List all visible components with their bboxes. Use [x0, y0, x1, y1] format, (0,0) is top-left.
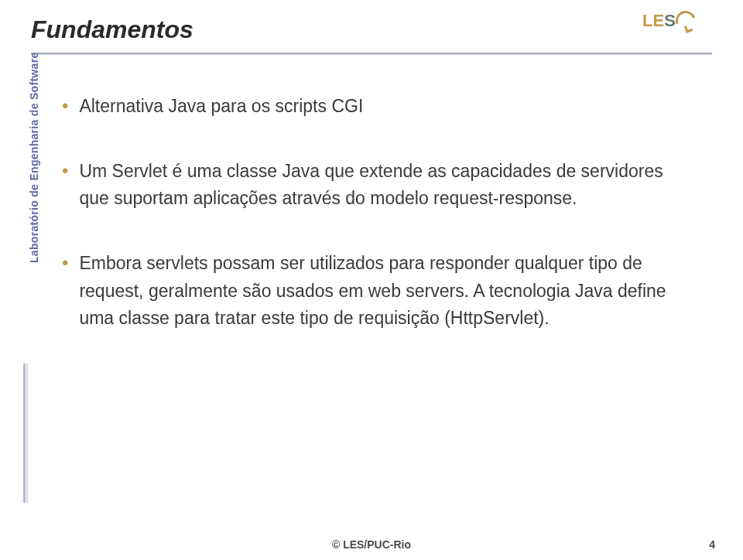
- page-title: Fundamentos: [31, 15, 193, 44]
- bullet-icon: •: [62, 93, 68, 119]
- bullet-item: • Alternativa Java para os scripts CGI: [62, 93, 681, 121]
- bullet-icon: •: [62, 250, 68, 276]
- sidebar-label: Laboratório de Engenharia de Software: [28, 53, 40, 263]
- bullet-text: Embora servlets possam ser utilizados pa…: [79, 250, 681, 333]
- logo-text-part2: S: [664, 11, 676, 31]
- logo-swirl-icon: [673, 8, 700, 35]
- page-number: 4: [709, 538, 715, 551]
- footer-copyright: © LES/PUC-Rio: [0, 538, 743, 551]
- logo-text-part1: LE: [642, 11, 664, 31]
- bullet-item: • Embora servlets possam ser utilizados …: [62, 250, 681, 333]
- title-underline: [31, 53, 712, 55]
- content-area: • Alternativa Java para os scripts CGI •…: [62, 93, 681, 370]
- bullet-text: Alternativa Java para os scripts CGI: [79, 93, 681, 121]
- bullet-item: • Um Servlet é uma classe Java que exten…: [62, 158, 681, 213]
- sidebar-divider: [23, 364, 26, 503]
- logo: LES: [642, 11, 712, 46]
- bullet-icon: •: [62, 158, 68, 184]
- bullet-text: Um Servlet é uma classe Java que extende…: [79, 158, 681, 213]
- slide: Fundamentos LES Laboratório de Engenhari…: [0, 0, 743, 560]
